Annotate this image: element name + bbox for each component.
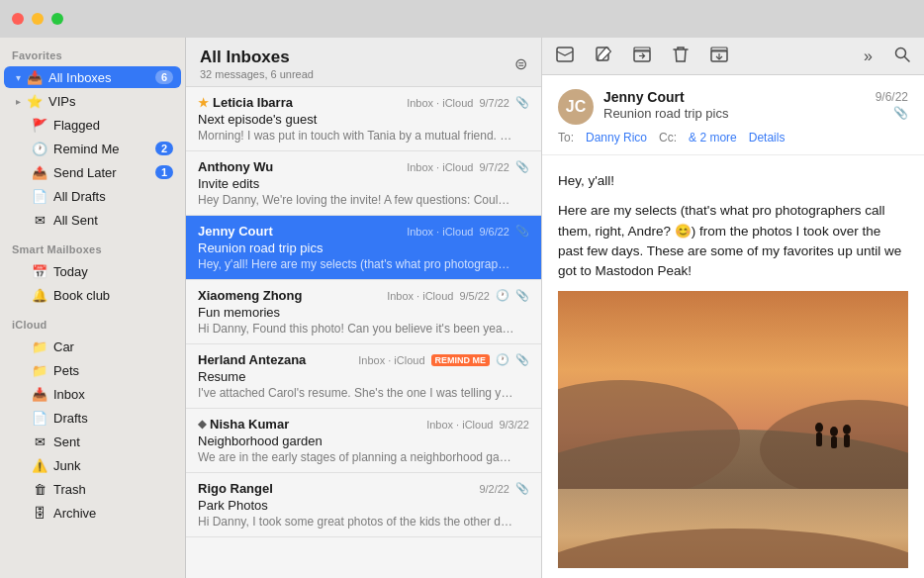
email-item[interactable]: Xiaomeng Zhong Inbox · iCloud 9/5/22 🕐 📎… <box>186 280 541 344</box>
delete-button[interactable] <box>671 44 691 69</box>
remind-badge: 2 <box>155 142 173 155</box>
email-subject: Park Photos <box>198 498 529 513</box>
sidebar-item-vips[interactable]: ▸ ⭐ VIPs <box>4 90 181 112</box>
attachment-icon: 📎 <box>515 353 529 366</box>
icloud-section-title: iCloud <box>0 307 185 335</box>
email-meta: Inbox · iCloud 9/5/22 🕐 📎 <box>387 289 529 302</box>
sidebar-item-today[interactable]: 📅 Today <box>4 260 181 282</box>
email-items: ★ Leticia Ibarra Inbox · iCloud 9/7/22 📎… <box>186 87 541 578</box>
email-subject: Invite edits <box>198 176 529 191</box>
sidebar-item-pets[interactable]: 📁 Pets <box>4 359 181 381</box>
email-sender: ★ Leticia Ibarra <box>198 95 293 110</box>
email-list: All Inboxes 32 messages, 6 unread ⊜ ★ Le… <box>186 38 542 578</box>
compose-button[interactable] <box>594 45 613 68</box>
reading-subject: Reunion road trip pics <box>603 106 728 121</box>
sidebar-item-flagged[interactable]: 🚩 Flagged <box>4 114 181 136</box>
attachment-icon: 📎 <box>515 96 529 109</box>
today-icon: 📅 <box>32 263 47 279</box>
sidebar-item-label: VIPs <box>48 94 173 109</box>
reading-recipients: To: Danny Rico Cc: & 2 more Details <box>558 131 908 144</box>
sidebar-item-remind-me[interactable]: 🕐 Remind Me 2 <box>4 138 181 159</box>
email-item[interactable]: Jenny Court Inbox · iCloud 9/6/22 📎 Reun… <box>186 216 541 280</box>
close-button[interactable] <box>12 13 24 25</box>
chevron-icon: ▾ <box>16 72 21 83</box>
email-sender: Rigo Rangel <box>198 481 273 496</box>
cc-value[interactable]: & 2 more <box>689 131 737 144</box>
archive-button[interactable] <box>631 45 653 68</box>
star-icon: ⭐ <box>27 93 43 109</box>
sidebar-item-all-inboxes[interactable]: ▾ 📥 All Inboxes 6 <box>4 66 181 88</box>
to-label: To: <box>558 131 574 144</box>
to-value[interactable]: Danny Rico <box>586 131 647 144</box>
clock-icon: 🕐 <box>496 353 509 366</box>
clock-icon: 🕐 <box>496 289 509 302</box>
move-button[interactable] <box>708 45 730 68</box>
email-preview: Hey Danny, We're loving the invite! A fe… <box>198 193 514 207</box>
email-subject: Fun memories <box>198 305 529 320</box>
sidebar-item-inbox[interactable]: 📥 Inbox <box>4 383 181 405</box>
email-meta: Inbox · iCloud REMIND ME 🕐 📎 <box>358 353 529 366</box>
folder-icon: 📁 <box>32 338 47 354</box>
junk-icon: ⚠️ <box>32 457 47 473</box>
email-item[interactable]: Anthony Wu Inbox · iCloud 9/7/22 📎 Invit… <box>186 151 541 216</box>
send-later-icon: 📤 <box>32 164 47 180</box>
trash-icon: 🗑 <box>32 481 47 497</box>
sidebar-item-label: All Sent <box>53 213 173 228</box>
sidebar-item-send-later[interactable]: 📤 Send Later 1 <box>4 161 181 183</box>
email-item[interactable]: Herland Antezana Inbox · iCloud REMIND M… <box>186 344 541 409</box>
flag-icon: 🚩 <box>32 117 47 133</box>
sidebar-item-archive[interactable]: 🗄 Archive <box>4 502 181 524</box>
body-line-2: Here are my selects (that's what pro pho… <box>558 201 908 281</box>
sidebar-item-sent[interactable]: ✉ Sent <box>4 431 181 452</box>
svg-point-17 <box>843 425 851 434</box>
app-body: Favorites ▾ 📥 All Inboxes 6 ▸ ⭐ VIPs 🚩 F… <box>0 38 924 578</box>
email-item[interactable]: ★ Leticia Ibarra Inbox · iCloud 9/7/22 📎… <box>186 87 541 151</box>
reading-sender-name: Jenny Court <box>603 89 685 105</box>
clock-icon: 🕐 <box>32 141 47 156</box>
sidebar-item-label: Remind Me <box>53 142 149 156</box>
minimize-button[interactable] <box>32 13 44 25</box>
sidebar-item-all-sent[interactable]: ✉ All Sent <box>4 209 181 231</box>
sidebar-item-book-club[interactable]: 🔔 Book club <box>4 284 181 306</box>
details-link[interactable]: Details <box>749 131 785 144</box>
email-sender: Herland Antezana <box>198 352 306 367</box>
sidebar-item-label: Send Later <box>53 165 149 180</box>
remind-badge: REMIND ME <box>431 354 491 366</box>
email-meta: 9/2/22 📎 <box>479 482 529 495</box>
sidebar-item-all-drafts[interactable]: 📄 All Drafts <box>4 185 181 207</box>
reading-date: 9/6/22 <box>876 90 908 104</box>
title-bar <box>0 0 924 38</box>
sidebar-item-drafts[interactable]: 📄 Drafts <box>4 407 181 429</box>
sidebar-item-label: Trash <box>53 482 173 497</box>
star-icon: ★ <box>198 96 209 110</box>
email-item[interactable]: Rigo Rangel 9/2/22 📎 Park Photos Hi Dann… <box>186 473 541 537</box>
attachment-icon: 📎 <box>515 482 529 495</box>
email-preview: Hey, y'all! Here are my selects (that's … <box>198 257 514 271</box>
email-subject: Next episode's guest <box>198 112 529 127</box>
reading-pane: » JC Jenny Court 9/6/22 Reunion road tri… <box>542 38 924 578</box>
inbox-icon: 📥 <box>27 69 43 85</box>
sidebar-item-junk[interactable]: ⚠️ Junk <box>4 454 181 476</box>
svg-rect-18 <box>844 434 850 447</box>
sidebar-item-label: Archive <box>53 506 173 521</box>
search-button[interactable] <box>892 45 912 68</box>
more-button[interactable]: » <box>862 46 875 67</box>
sidebar-item-trash[interactable]: 🗑 Trash <box>4 478 181 500</box>
sidebar-item-label: Pets <box>53 363 173 378</box>
sidebar-item-label: Today <box>53 264 173 279</box>
attachment-icon: 📎 <box>515 225 529 238</box>
email-list-header: All Inboxes 32 messages, 6 unread ⊜ <box>186 38 541 87</box>
maximize-button[interactable] <box>51 13 63 25</box>
inbox-icon: 📥 <box>32 386 47 402</box>
sidebar-item-label: Car <box>53 339 173 354</box>
sidebar-item-car[interactable]: 📁 Car <box>4 336 181 357</box>
filter-icon[interactable]: ⊜ <box>514 54 527 73</box>
reading-header-info: Jenny Court 9/6/22 Reunion road trip pic… <box>603 89 908 121</box>
email-item[interactable]: ◆ Nisha Kumar Inbox · iCloud 9/3/22 Neig… <box>186 409 541 473</box>
avatar: JC <box>558 89 594 125</box>
email-preview: I've attached Carol's resume. She's the … <box>198 386 514 400</box>
new-message-button[interactable] <box>554 45 576 68</box>
sidebar-item-label: Inbox <box>53 387 173 402</box>
attachment-icon: 📎 <box>515 160 529 173</box>
email-subject: Reunion road trip pics <box>198 241 529 255</box>
